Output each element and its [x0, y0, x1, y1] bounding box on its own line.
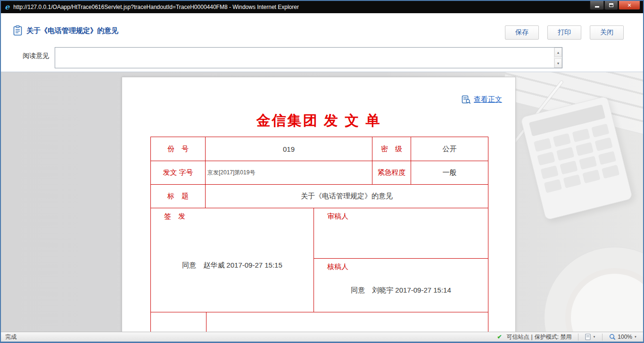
- view-body-link-row: 查看正文: [462, 95, 502, 104]
- zoom-dropdown-icon: ▼: [634, 335, 637, 338]
- statusbar-divider: [602, 334, 603, 341]
- checker-cell: 核稿人 同意 刘晓宇 2017-09-27 15:14: [314, 258, 488, 312]
- urgency-label: 紧急程度: [372, 161, 411, 184]
- security-zone-segment[interactable]: 可信站点 | 保护模式: 禁用: [505, 333, 574, 341]
- internet-explorer-icon: e: [5, 3, 9, 11]
- bottom-row-label-cell: [151, 312, 206, 332]
- statusbar-right: ✔ 可信站点 | 保护模式: 禁用 ▼ 100% ▼: [497, 333, 639, 341]
- background-calculator-photo: [520, 96, 633, 220]
- close-page-button[interactable]: 关闭: [590, 25, 624, 40]
- status-text: 完成: [5, 333, 17, 341]
- sign-label: 签 发: [164, 212, 185, 221]
- doc-no-value: 京发[2017]第019号: [205, 161, 372, 184]
- reviewer-label: 审稿人: [327, 212, 348, 221]
- sign-cell: 签 发 同意 赵华威 2017-09-27 15:15: [151, 208, 314, 312]
- toolbar: 保存 打印 关闭: [505, 25, 624, 40]
- statusbar-divider: [578, 334, 578, 341]
- view-body-link[interactable]: 查看正文: [474, 95, 502, 104]
- bottom-row-value-cell: [206, 312, 488, 332]
- window-close-button[interactable]: ✕: [619, 1, 640, 10]
- checker-value: 同意 刘晓宇 2017-09-27 15:14: [314, 286, 488, 295]
- sign-value: 同意 赵华威 2017-09-27 15:15: [151, 261, 314, 270]
- browser-window: e http://127.0.0.1/OAapp/HtTrace0616Serv…: [0, 0, 644, 343]
- scroll-down-icon[interactable]: ▼: [554, 58, 562, 68]
- zone-separator: |: [531, 334, 533, 340]
- document-icon: [13, 25, 22, 36]
- title-value: 关于《电话管理规定》的意见: [205, 185, 488, 208]
- trusted-check-icon: ✔: [497, 334, 502, 340]
- review-column: 审稿人 核稿人 同意 刘晓宇 2017-09-27 15:14: [314, 208, 488, 312]
- background-keyboard-photo: [499, 72, 643, 136]
- urgency-value: 一般: [411, 161, 488, 184]
- minimize-icon: [595, 6, 599, 8]
- window-title: http://127.0.0.1/OAapp/HtTrace0616Servle…: [13, 4, 299, 10]
- opinion-textarea[interactable]: [55, 48, 554, 68]
- secrecy-value: 公开: [411, 137, 488, 161]
- zoom-icon: [609, 334, 616, 340]
- opinion-row: 阅读意见 ▲ ▼: [1, 45, 643, 72]
- background-cup-photo: [565, 268, 643, 332]
- opinion-scrollbar[interactable]: ▲ ▼: [554, 48, 562, 68]
- zoom-level-text: 100%: [618, 334, 632, 340]
- secrecy-label: 密 级: [372, 137, 411, 161]
- scroll-up-icon[interactable]: ▲: [554, 48, 562, 57]
- protected-mode-text: 保护模式: 禁用: [535, 333, 572, 341]
- print-button[interactable]: 打印: [547, 25, 581, 40]
- page-title-group: 关于《电话管理规定》的意见: [13, 25, 118, 36]
- page-header: 关于《电话管理规定》的意见 保存 打印 关闭: [1, 13, 643, 45]
- minimize-button[interactable]: [590, 1, 604, 10]
- main-content: 查看正文 金信集团 发 文 单 份 号 019 密 级 公开 发文 字号 京发[…: [1, 72, 643, 332]
- copy-no-value: 019: [205, 137, 372, 161]
- reviewer-cell: 审稿人: [314, 208, 488, 258]
- window-controls: ✕: [589, 1, 640, 10]
- opinion-label: 阅读意见: [23, 52, 49, 60]
- titlebar: e http://127.0.0.1/OAapp/HtTrace0616Serv…: [1, 1, 643, 13]
- dispatch-form-title: 金信集团 发 文 单: [122, 111, 515, 131]
- compatibility-page-icon: [585, 334, 591, 340]
- view-body-icon: [462, 95, 471, 104]
- trusted-zone-text: 可信站点: [507, 333, 529, 341]
- statusbar: 完成 ✔ 可信站点 | 保护模式: 禁用 ▼ 100% ▼: [1, 332, 643, 342]
- compatibility-view-button[interactable]: ▼: [583, 334, 597, 340]
- dispatch-form-table: 份 号 019 密 级 公开 发文 字号 京发[2017]第019号 紧急程度 …: [150, 137, 488, 332]
- zoom-control[interactable]: 100% ▼: [607, 334, 639, 340]
- page-title: 关于《电话管理规定》的意见: [26, 26, 118, 35]
- background-saucer-photo: [544, 247, 643, 332]
- copy-no-label: 份 号: [151, 137, 205, 161]
- maximize-icon: [609, 3, 613, 7]
- doc-no-label: 发文 字号: [151, 161, 205, 184]
- checker-label: 核稿人: [327, 262, 348, 271]
- compatibility-dropdown-icon: ▼: [593, 335, 595, 338]
- save-button[interactable]: 保存: [505, 25, 539, 40]
- maximize-button[interactable]: [604, 1, 618, 10]
- document-sheet: 查看正文 金信集团 发 文 单 份 号 019 密 级 公开 发文 字号 京发[…: [122, 77, 516, 332]
- title-label: 标 题: [151, 185, 205, 208]
- opinion-input-box: ▲ ▼: [55, 47, 562, 68]
